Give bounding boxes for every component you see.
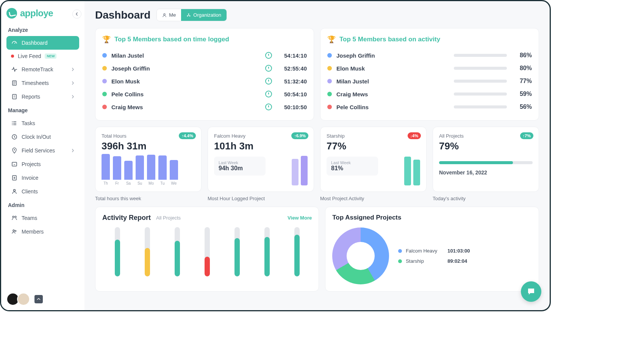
activity-bar xyxy=(115,227,120,276)
legend-value: 101:03:00 xyxy=(447,248,470,254)
legend-name: Starship xyxy=(406,258,444,264)
clock-icon xyxy=(265,65,272,72)
sidebar: apploye AnalyzeDashboardLive FeedNEWRemo… xyxy=(1,1,84,310)
avatar[interactable] xyxy=(17,293,30,306)
view-segmented-control: Me Organization xyxy=(156,9,227,21)
page-header: Dashboard Me Organization xyxy=(95,9,539,21)
svg-point-6 xyxy=(14,149,15,151)
sidebar-item-clock-in-out[interactable]: Clock In/Out xyxy=(6,130,79,144)
clock-icon xyxy=(265,104,272,110)
sidebar-item-teams[interactable]: Teams xyxy=(6,211,79,225)
activity-report-subtitle: All Projects xyxy=(156,215,181,221)
svg-rect-1 xyxy=(13,94,16,99)
chevron-right-icon xyxy=(71,95,75,99)
trophy-icon: 🏆 xyxy=(102,35,111,44)
trophy-icon: 🏆 xyxy=(327,35,336,44)
member-row[interactable]: Joseph Griffin86% xyxy=(327,49,532,62)
activity-bar xyxy=(454,54,507,57)
activity-bar xyxy=(205,227,210,276)
sidebar-item-dashboard[interactable]: Dashboard xyxy=(6,36,79,50)
segment-me[interactable]: Me xyxy=(157,9,181,21)
invoice-icon xyxy=(11,174,18,181)
lastweek-label: Last Week xyxy=(219,160,261,165)
activity-bar-chart xyxy=(102,227,312,276)
member-dot-icon xyxy=(327,105,332,109)
stat-caption: Most Project Activity xyxy=(320,196,427,201)
member-time: 54:14:10 xyxy=(280,52,307,59)
mini-bar-label: Tu xyxy=(160,181,164,185)
member-row[interactable]: Milan Justel54:14:10 xyxy=(102,49,307,62)
sidebar-item-clients[interactable]: Clients xyxy=(6,185,79,198)
mini-bar-chart: ThFrSaSuMoTuWe xyxy=(102,156,195,185)
activity-bar xyxy=(454,67,507,70)
nav-label: RemoteTrack xyxy=(22,66,53,72)
member-dot-icon xyxy=(102,105,107,109)
nav-label: Members xyxy=(22,229,44,235)
sidebar-item-timesheets[interactable]: Timesheets xyxy=(6,76,79,90)
member-pct: 86% xyxy=(515,52,532,59)
svg-point-3 xyxy=(12,123,13,124)
member-name: Craig Mews xyxy=(336,91,449,97)
sidebar-item-members[interactable]: Members xyxy=(6,225,79,238)
member-row[interactable]: Elon Musk51:32:40 xyxy=(102,75,307,88)
stat-label: All Projects xyxy=(439,133,533,139)
sidebar-section-label: Analyze xyxy=(8,27,78,33)
scroll-up-button[interactable] xyxy=(34,295,43,303)
mini-bar xyxy=(147,155,155,180)
member-row[interactable]: Milan Justel77% xyxy=(327,75,532,88)
sidebar-item-field-services[interactable]: Field Services xyxy=(6,144,79,157)
mini-bar-col: Su xyxy=(136,155,144,185)
badge-new: NEW xyxy=(45,53,56,59)
mini-bar-label: Th xyxy=(103,181,108,185)
sidebar-item-tasks[interactable]: Tasks xyxy=(6,116,79,130)
sidebar-item-remotetrack[interactable]: RemoteTrack xyxy=(6,63,79,76)
sidebar-item-reports[interactable]: Reports xyxy=(6,90,79,104)
member-row[interactable]: Pele Collins56% xyxy=(327,100,532,113)
team-icon xyxy=(11,215,18,221)
member-dot-icon xyxy=(327,53,332,58)
clock-icon xyxy=(265,52,272,59)
nav-label: Dashboard xyxy=(22,40,48,46)
person-icon xyxy=(162,13,167,17)
mini-bar-col: Tu xyxy=(158,155,167,185)
nav-label: Clock In/Out xyxy=(22,134,51,140)
list-icon xyxy=(11,120,18,127)
member-dot-icon xyxy=(102,66,107,71)
member-row[interactable]: Pele Collins50:54:10 xyxy=(102,88,307,100)
svg-point-14 xyxy=(164,13,165,15)
legend-item[interactable]: Starship89:02:04 xyxy=(398,256,470,266)
member-name: Joseph Griffin xyxy=(111,65,261,72)
mini-bar-col: We xyxy=(170,160,178,185)
view-more-link[interactable]: View More xyxy=(288,215,312,221)
stat-caption: Most Hour Logged Project xyxy=(208,196,314,201)
stat-value: 101h 3m xyxy=(214,140,308,152)
lastweek-box: Last Week 81% xyxy=(327,157,378,176)
svg-point-2 xyxy=(12,121,13,122)
donut-chart xyxy=(332,228,389,284)
member-dot-icon xyxy=(102,53,107,58)
mini-bar-col: Th xyxy=(102,154,110,185)
delta-badge: ↓4% xyxy=(408,132,421,139)
member-row[interactable]: Craig Mews50:10:50 xyxy=(102,100,307,113)
nav-label: Invoice xyxy=(22,175,38,181)
live-dot-icon xyxy=(11,55,14,58)
sidebar-item-live-feed[interactable]: Live FeedNEW xyxy=(6,50,79,63)
member-row[interactable]: Elon Musk80% xyxy=(327,62,532,75)
sidebar-item-projects[interactable]: Projects xyxy=(6,157,79,171)
stat-card-falcom: ↑6.9% Falcom Heavy 101h 3m Last Week 94h… xyxy=(208,127,314,192)
nav-label: Reports xyxy=(22,94,40,100)
segment-me-label: Me xyxy=(169,12,176,18)
chevron-up-icon xyxy=(37,297,41,301)
stat-value: 77% xyxy=(327,140,420,152)
stat-card-starship: ↓4% Starship 77% Last Week 81% xyxy=(320,127,427,192)
member-row[interactable]: Joseph Griffin52:55:40 xyxy=(102,62,307,75)
mini-bar-label: Mo xyxy=(148,181,154,185)
chat-fab-button[interactable] xyxy=(521,281,541,302)
svg-point-4 xyxy=(12,124,13,125)
segment-organization[interactable]: Organization xyxy=(181,9,227,21)
legend-item[interactable]: Falcom Heavy101:03:00 xyxy=(398,246,470,256)
sidebar-item-invoice[interactable]: Invoice xyxy=(6,171,79,185)
sidebar-collapse-button[interactable] xyxy=(72,9,81,19)
member-row[interactable]: Craig Mews59% xyxy=(327,88,532,100)
svg-rect-7 xyxy=(12,162,17,166)
